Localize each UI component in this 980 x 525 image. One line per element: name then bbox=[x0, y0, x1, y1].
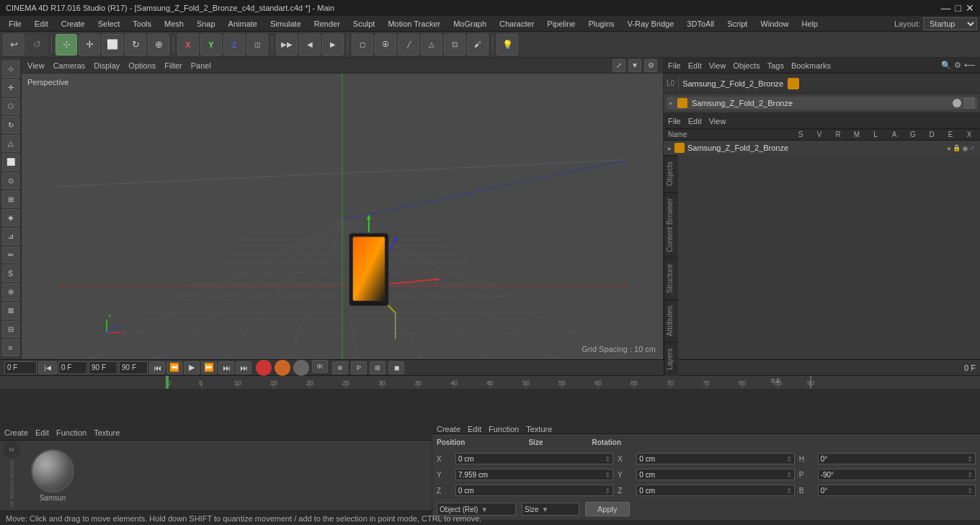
menu-motion-tracker[interactable]: Motion Tracker bbox=[382, 18, 446, 30]
material-item[interactable]: Samsun bbox=[31, 449, 74, 502]
obj-menu-objects[interactable]: Objects bbox=[733, 61, 760, 70]
vtab-structure[interactable]: Structure bbox=[664, 257, 678, 299]
lt-tool1[interactable]: ◈ bbox=[2, 209, 19, 226]
tl-loop[interactable]: ⏭ bbox=[236, 361, 251, 374]
tl-prev-key[interactable]: ⏪ bbox=[166, 361, 182, 374]
lt-tool6[interactable]: ⊠ bbox=[2, 302, 19, 319]
lt-tool2[interactable]: ⊿ bbox=[2, 228, 19, 245]
tl-start-frame[interactable] bbox=[58, 361, 87, 374]
vp-menu-options[interactable]: Options bbox=[128, 61, 156, 70]
mat-panel-menu-edit[interactable]: Edit bbox=[35, 428, 49, 437]
menu-snap[interactable]: Snap bbox=[191, 18, 221, 30]
play-button[interactable]: ▶ bbox=[322, 34, 344, 56]
mat-menu-view[interactable]: View bbox=[709, 117, 726, 125]
all-axes-button[interactable]: ◫ bbox=[246, 34, 268, 56]
tl-record-btn[interactable] bbox=[256, 360, 272, 376]
vp-menu-filter[interactable]: Filter bbox=[164, 61, 182, 70]
vtab-objects[interactable]: Objects bbox=[664, 155, 678, 192]
lt-tool5[interactable]: ⊛ bbox=[2, 283, 19, 301]
minimize-button[interactable]: — bbox=[941, 2, 951, 14]
vtab-content-browser[interactable]: Content Browser bbox=[664, 192, 678, 257]
play-back-button[interactable]: ◀ bbox=[299, 34, 321, 56]
timeline-ruler[interactable]: 0 5 10 15 20 25 30 35 40 45 50 55 60 bbox=[0, 376, 980, 389]
rotate-tool-button[interactable]: ↻ bbox=[125, 34, 146, 56]
vp-menu-view[interactable]: View bbox=[27, 61, 45, 70]
obj-icon-1[interactable] bbox=[964, 98, 974, 108]
lt-layer2[interactable]: ⊟ bbox=[2, 321, 19, 338]
lt-select[interactable]: ⊹ bbox=[2, 61, 19, 78]
tl-last-frame[interactable]: ⏭ bbox=[218, 361, 234, 374]
rot-p-field[interactable]: -90° ⇕ bbox=[818, 469, 976, 480]
menu-3dtoall[interactable]: 3DToAll bbox=[681, 18, 720, 30]
obj-settings-icon[interactable]: ⚙ bbox=[954, 61, 961, 70]
obj-menu-edit[interactable]: Edit bbox=[688, 61, 702, 70]
tl-keyframe-btn[interactable]: ◼ bbox=[388, 361, 404, 374]
vp-ctrl-settings[interactable]: ⚙ bbox=[644, 59, 657, 72]
menu-vray[interactable]: V-Ray Bridge bbox=[622, 18, 680, 30]
layout-select[interactable]: Startup Standard bbox=[923, 17, 977, 30]
redo-button[interactable]: ↺ bbox=[26, 34, 48, 56]
menu-file[interactable]: File bbox=[3, 18, 27, 30]
tl-grid-btn[interactable]: ⊞ bbox=[370, 361, 386, 374]
tl-prev-frame[interactable]: |◀ bbox=[38, 361, 57, 374]
pos-x-field[interactable]: 0 cm ⇕ bbox=[455, 453, 613, 464]
size-y-field[interactable]: 0 cm ⇕ bbox=[636, 469, 794, 480]
size-z-field[interactable]: 0 cm ⇕ bbox=[636, 485, 794, 496]
edge-mode-button[interactable]: ╱ bbox=[398, 34, 419, 56]
menu-animate[interactable]: Animate bbox=[223, 18, 263, 30]
apply-button[interactable]: Apply bbox=[585, 502, 630, 516]
obj-search-icon[interactable]: 🔍 bbox=[941, 61, 951, 70]
object-mode-button[interactable]: ◻ bbox=[352, 34, 373, 56]
lt-layer3[interactable]: ≡ bbox=[2, 339, 19, 356]
transform-tool-button[interactable]: ⊕ bbox=[148, 34, 169, 56]
x-axis-button[interactable]: X bbox=[177, 34, 199, 56]
obj-menu-bookmarks[interactable]: Bookmarks bbox=[791, 61, 831, 70]
vtab-attributes[interactable]: Attributes bbox=[664, 299, 678, 342]
close-button[interactable]: ✕ bbox=[966, 2, 974, 14]
scale-tool-button[interactable]: ⬜ bbox=[102, 34, 123, 56]
menu-sculpt[interactable]: Sculpt bbox=[347, 18, 381, 30]
attr-menu-create[interactable]: Create bbox=[437, 425, 460, 433]
tl-ik-btn[interactable]: IK bbox=[312, 360, 328, 373]
attr-menu-function[interactable]: Function bbox=[489, 425, 519, 433]
menu-plugins[interactable]: Plugins bbox=[582, 18, 620, 30]
undo-button[interactable]: ↩ bbox=[3, 34, 24, 56]
mat-panel-menu-function[interactable]: Function bbox=[56, 428, 86, 437]
vp-ctrl-maximize[interactable]: ⤢ bbox=[612, 59, 625, 72]
menu-script[interactable]: Script bbox=[721, 18, 753, 30]
lt-tool4[interactable]: S bbox=[2, 265, 19, 282]
tl-next-key[interactable]: ⏩ bbox=[201, 361, 217, 374]
material-item-row[interactable]: ▸ Samsung_Z_Fold_2_Bronze ● 🔒 ◉ ✓ bbox=[664, 141, 980, 155]
obj-visible-dot[interactable] bbox=[953, 99, 961, 107]
lt-rotate[interactable]: ↻ bbox=[2, 116, 19, 133]
lt-cube[interactable]: ⬜ bbox=[2, 154, 19, 171]
size-x-field[interactable]: 0 cm ⇕ bbox=[636, 453, 794, 464]
pos-y-field[interactable]: 7.959 cm ⇕ bbox=[455, 469, 613, 480]
object-item[interactable]: ▸ Samsung_Z_Fold_2_Bronze bbox=[667, 97, 977, 110]
obj-arrow-icon[interactable]: ⟵ bbox=[964, 61, 976, 70]
play-forward-button[interactable]: ▶▶ bbox=[276, 34, 298, 56]
polygon-mode-button[interactable]: △ bbox=[421, 34, 442, 56]
light-button[interactable]: 💡 bbox=[496, 34, 518, 56]
viewport-canvas[interactable]: X Y Z Grid Spacing : 10 cm bbox=[22, 74, 663, 359]
tl-play[interactable]: ▶ bbox=[184, 361, 200, 374]
obj-menu-tags[interactable]: Tags bbox=[767, 61, 784, 70]
menu-tools[interactable]: Tools bbox=[127, 18, 157, 30]
vp-menu-panel[interactable]: Panel bbox=[191, 61, 211, 70]
obj-menu-file[interactable]: File bbox=[668, 61, 681, 70]
menu-create[interactable]: Create bbox=[55, 18, 91, 30]
menu-help[interactable]: Help bbox=[796, 18, 824, 30]
uv-mode-button[interactable]: ⊡ bbox=[444, 34, 466, 56]
vp-ctrl-down[interactable]: ▼ bbox=[628, 59, 641, 72]
menu-pipeline[interactable]: Pipeline bbox=[541, 18, 581, 30]
obj-menu-view[interactable]: View bbox=[709, 61, 726, 70]
y-axis-button[interactable]: Y bbox=[200, 34, 222, 56]
menu-mesh[interactable]: Mesh bbox=[159, 18, 190, 30]
lt-tool3[interactable]: ✏ bbox=[2, 247, 19, 264]
tl-key-btn[interactable] bbox=[293, 360, 309, 376]
menu-mograph[interactable]: MoGraph bbox=[447, 18, 492, 30]
vp-menu-display[interactable]: Display bbox=[94, 61, 120, 70]
tl-auto-tangent[interactable]: ⊕ bbox=[332, 361, 348, 374]
tl-max-frame[interactable] bbox=[119, 361, 148, 374]
menu-select[interactable]: Select bbox=[92, 18, 126, 30]
